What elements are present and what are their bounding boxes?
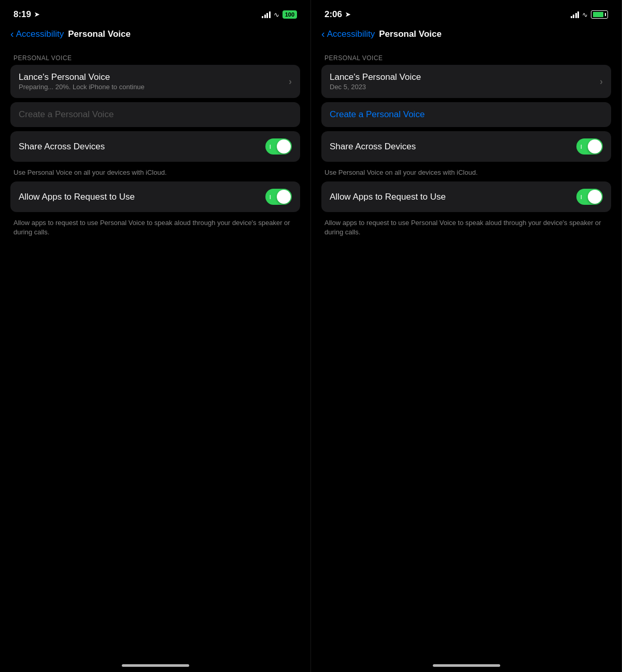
allow-apps-row-right[interactable]: Allow Apps to Request to Use I bbox=[321, 181, 611, 212]
voice-entry-group-left: Lance's Personal Voice Preparing... 20%.… bbox=[10, 65, 300, 98]
toggle-knob-left-share bbox=[277, 139, 291, 153]
allow-apps-group-left: Allow Apps to Request to Use I bbox=[10, 181, 300, 212]
share-devices-label-left: Share Across Devices bbox=[19, 142, 105, 152]
status-time-left: 8:19 ➤ bbox=[13, 9, 39, 20]
status-bar-right: 2:06 ➤ ∿ bbox=[321, 0, 611, 26]
voice-chevron-right: › bbox=[600, 76, 603, 87]
signal-bars-left bbox=[262, 11, 271, 18]
voice-entry-row-left[interactable]: Lance's Personal Voice Preparing... 20%.… bbox=[10, 65, 300, 98]
toggle-knob-right-apps bbox=[588, 190, 602, 204]
share-devices-desc-left: Use Personal Voice on all your devices w… bbox=[10, 166, 300, 181]
time-left: 8:19 bbox=[13, 9, 31, 20]
section-label-right: PERSONAL VOICE bbox=[321, 54, 611, 62]
allow-apps-row-left[interactable]: Allow Apps to Request to Use I bbox=[10, 181, 300, 212]
wifi-icon-left: ∿ bbox=[274, 11, 279, 19]
voice-subtitle-right: Dec 5, 2023 bbox=[330, 83, 596, 91]
status-time-right: 2:06 ➤ bbox=[324, 9, 350, 20]
battery-right bbox=[591, 10, 608, 19]
create-voice-label-right[interactable]: Create a Personal Voice bbox=[330, 109, 425, 119]
back-button-left[interactable]: ‹ Accessibility bbox=[10, 28, 64, 40]
back-button-right[interactable]: ‹ Accessibility bbox=[321, 28, 375, 40]
home-indicator-right bbox=[433, 664, 500, 667]
nav-bar-left: ‹ Accessibility Personal Voice bbox=[10, 26, 300, 46]
voice-entry-row-right[interactable]: Lance's Personal Voice Dec 5, 2023 › bbox=[321, 65, 611, 98]
share-devices-row-left[interactable]: Share Across Devices I bbox=[10, 131, 300, 162]
allow-apps-toggle-left[interactable]: I bbox=[265, 189, 292, 205]
back-label-left: Accessibility bbox=[16, 29, 64, 39]
share-devices-desc-right: Use Personal Voice on all your devices w… bbox=[321, 166, 611, 181]
status-icons-left: ∿ 100 bbox=[262, 10, 297, 19]
status-icons-right: ∿ bbox=[571, 10, 609, 19]
share-devices-toggle-left[interactable]: I bbox=[265, 138, 292, 155]
signal-bars-right bbox=[571, 11, 579, 18]
page-title-left: Personal Voice bbox=[68, 29, 131, 39]
back-chevron-left: ‹ bbox=[10, 28, 14, 40]
share-devices-row-right[interactable]: Share Across Devices I bbox=[321, 131, 611, 162]
location-icon-right: ➤ bbox=[345, 11, 350, 18]
status-bar-left: 8:19 ➤ ∿ 100 bbox=[10, 0, 300, 26]
toggle-knob-right-share bbox=[588, 139, 602, 153]
share-devices-group-left: Share Across Devices I bbox=[10, 131, 300, 162]
allow-apps-desc-right: Allow apps to request to use Personal Vo… bbox=[321, 216, 611, 241]
location-icon-left: ➤ bbox=[34, 11, 39, 18]
battery-left: 100 bbox=[282, 10, 297, 19]
time-right: 2:06 bbox=[324, 9, 342, 20]
home-indicator-left bbox=[122, 664, 189, 667]
allow-apps-toggle-right[interactable]: I bbox=[576, 189, 603, 205]
allow-apps-desc-left: Allow apps to request to use Personal Vo… bbox=[10, 216, 300, 241]
voice-subtitle-left: Preparing... 20%. Lock iPhone to continu… bbox=[19, 83, 285, 91]
voice-title-left: Lance's Personal Voice bbox=[19, 72, 285, 82]
nav-bar-right: ‹ Accessibility Personal Voice bbox=[321, 26, 611, 46]
share-devices-toggle-right[interactable]: I bbox=[576, 138, 603, 155]
page-title-right: Personal Voice bbox=[379, 29, 442, 39]
voice-chevron-left: › bbox=[289, 76, 292, 87]
create-voice-btn-right[interactable]: Create a Personal Voice bbox=[321, 102, 611, 127]
back-label-right: Accessibility bbox=[327, 29, 375, 39]
share-devices-group-right: Share Across Devices I bbox=[321, 131, 611, 162]
create-voice-btn-left: Create a Personal Voice bbox=[10, 102, 300, 127]
create-voice-label-left: Create a Personal Voice bbox=[19, 109, 114, 119]
back-chevron-right: ‹ bbox=[321, 28, 325, 40]
allow-apps-label-right: Allow Apps to Request to Use bbox=[330, 192, 446, 202]
wifi-icon-right: ∿ bbox=[582, 11, 588, 19]
share-devices-label-right: Share Across Devices bbox=[330, 142, 416, 152]
allow-apps-group-right: Allow Apps to Request to Use I bbox=[321, 181, 611, 212]
voice-entry-group-right: Lance's Personal Voice Dec 5, 2023 › bbox=[321, 65, 611, 98]
section-label-left: PERSONAL VOICE bbox=[10, 54, 300, 62]
voice-title-right: Lance's Personal Voice bbox=[330, 72, 596, 82]
allow-apps-label-left: Allow Apps to Request to Use bbox=[19, 192, 135, 202]
toggle-knob-left-apps bbox=[277, 190, 291, 204]
